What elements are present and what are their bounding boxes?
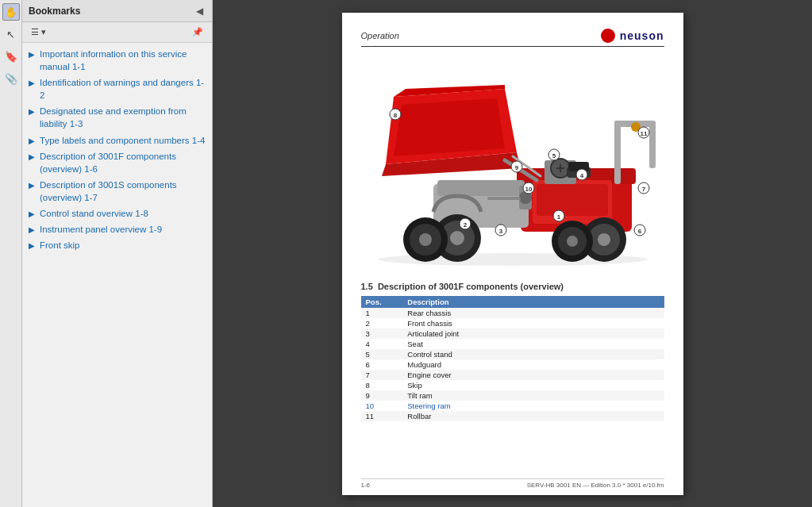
svg-text:10: 10 bbox=[525, 186, 532, 193]
neuson-logo-icon bbox=[601, 29, 615, 43]
bookmarks-header: Bookmarks ◀ bbox=[22, 0, 212, 22]
svg-text:9: 9 bbox=[514, 164, 518, 171]
desc-cell: Front chassis bbox=[402, 318, 664, 328]
pos-cell: 7 bbox=[361, 370, 403, 380]
section-title: Description of 3001F components (overvie… bbox=[378, 282, 564, 291]
desc-cell: Seat bbox=[402, 339, 664, 349]
svg-point-15 bbox=[450, 231, 464, 245]
hand-tool-icon[interactable]: ✋ bbox=[2, 3, 20, 21]
pdf-page: Operation neuson bbox=[342, 13, 683, 495]
brand-logo: neuson bbox=[601, 29, 664, 43]
table-row: 8 Skip bbox=[361, 380, 664, 390]
table-row: 6 Mudguard bbox=[361, 359, 664, 370]
svg-text:1: 1 bbox=[556, 213, 560, 221]
bookmark-label: Type labels and component numbers 1-4 bbox=[40, 134, 205, 147]
pos-cell: 11 bbox=[361, 411, 403, 421]
brand-name: neuson bbox=[620, 29, 664, 42]
bookmark-label: Instrument panel overview 1-9 bbox=[40, 223, 162, 236]
bookmark-expand-icon: ▶ bbox=[29, 136, 37, 147]
bookmarks-tool-icon[interactable]: 🔖 bbox=[2, 48, 20, 65]
section-heading: 1.5 Description of 3001F components (ove… bbox=[361, 282, 664, 291]
bookmark-expand-icon: ▶ bbox=[29, 180, 37, 191]
pos-cell: 4 bbox=[361, 339, 403, 349]
bookmark-item[interactable]: ▶ Type labels and component numbers 1-4 bbox=[22, 133, 212, 148]
attachments-tool-icon[interactable]: 📎 bbox=[2, 70, 20, 87]
left-toolbar: ✋ ↖ 🔖 📎 bbox=[0, 0, 22, 507]
svg-text:3: 3 bbox=[498, 228, 502, 235]
table-row: 3 Articulated joint bbox=[361, 328, 664, 339]
section-number: 1.5 bbox=[361, 282, 373, 291]
svg-rect-29 bbox=[649, 121, 656, 168]
bookmark-item[interactable]: ▶ Description of 3001S components (overv… bbox=[22, 177, 212, 205]
svg-text:5: 5 bbox=[552, 152, 556, 159]
add-bookmark-button[interactable]: 📌 bbox=[188, 25, 207, 40]
desc-cell: Rear chassis bbox=[402, 308, 664, 318]
main-content: Operation neuson bbox=[213, 0, 812, 507]
svg-point-9 bbox=[598, 233, 610, 246]
bookmark-label: Designated use and exemption from liabil… bbox=[40, 105, 207, 130]
desc-cell: Engine cover bbox=[402, 370, 664, 380]
pos-cell: 5 bbox=[361, 349, 403, 359]
table-row: 1 Rear chassis bbox=[361, 308, 664, 318]
desc-cell: Control stand bbox=[402, 349, 664, 359]
bookmark-expand-icon: ▶ bbox=[29, 106, 37, 117]
pos-cell: 10 bbox=[361, 401, 403, 411]
bookmark-label: Description of 3001F components (overvie… bbox=[40, 150, 207, 175]
select-tool-icon[interactable]: ↖ bbox=[2, 25, 20, 43]
bookmark-item[interactable]: ▶ Front skip bbox=[22, 237, 212, 253]
bookmark-label: Description of 3001S components (overvie… bbox=[40, 179, 207, 204]
svg-text:11: 11 bbox=[640, 130, 647, 137]
desc-cell: Skip bbox=[402, 380, 664, 390]
svg-rect-4 bbox=[537, 184, 608, 216]
bookmark-expand-icon: ▶ bbox=[29, 78, 37, 89]
components-table: Pos. Description 1 Rear chassis 2 Front … bbox=[361, 296, 664, 421]
bookmark-item[interactable]: ▶ Designated use and exemption from liab… bbox=[22, 103, 212, 132]
page-number: 1-6 bbox=[361, 482, 371, 489]
bookmarks-toolbar: ☰ ▾ 📌 bbox=[22, 22, 212, 43]
svg-text:4: 4 bbox=[579, 172, 583, 179]
bookmark-label: Control stand overview 1-8 bbox=[40, 207, 148, 220]
table-row: 2 Front chassis bbox=[361, 318, 664, 328]
table-row: 7 Engine cover bbox=[361, 370, 664, 380]
svg-text:6: 6 bbox=[637, 228, 641, 235]
bookmark-item[interactable]: ▶ Important information on this service … bbox=[22, 46, 212, 75]
pos-header: Pos. bbox=[361, 296, 403, 308]
bookmark-label: Identification of warnings and dangers 1… bbox=[40, 76, 207, 102]
pos-cell: 8 bbox=[361, 380, 403, 390]
page-header: Operation neuson bbox=[361, 29, 664, 47]
table-row: 5 Control stand bbox=[361, 349, 664, 359]
pos-cell: 3 bbox=[361, 328, 403, 339]
table-row: 10 Steering ram bbox=[361, 401, 664, 411]
desc-cell: Articulated joint bbox=[402, 328, 664, 339]
bookmarks-panel: Bookmarks ◀ ☰ ▾ 📌 ▶ Important informatio… bbox=[22, 0, 213, 507]
desc-cell: Mudguard bbox=[402, 359, 664, 370]
bookmark-expand-icon: ▶ bbox=[29, 209, 37, 220]
section-label: Operation bbox=[361, 31, 399, 40]
page-footer: 1-6 SERV-HB 3001 EN — Edition 3.0 * 3001… bbox=[361, 478, 664, 489]
bookmark-item[interactable]: ▶ Instrument panel overview 1-9 bbox=[22, 221, 212, 237]
bookmark-item[interactable]: ▶ Identification of warnings and dangers… bbox=[22, 75, 212, 103]
bookmark-expand-icon: ▶ bbox=[29, 152, 37, 163]
bookmark-item[interactable]: ▶ Description of 3001F components (overv… bbox=[22, 148, 212, 177]
desc-cell: Tilt ram bbox=[402, 390, 664, 401]
svg-rect-27 bbox=[614, 121, 621, 184]
pos-cell: 2 bbox=[361, 318, 403, 328]
table-header-row: Pos. Description bbox=[361, 296, 664, 308]
options-menu-button[interactable]: ☰ ▾ bbox=[27, 25, 50, 40]
table-row: 9 Tilt ram bbox=[361, 390, 664, 401]
svg-rect-6 bbox=[437, 180, 525, 196]
bookmark-label: Important information on this service ma… bbox=[40, 48, 207, 73]
svg-text:2: 2 bbox=[463, 221, 467, 229]
table-row: 11 Rollbar bbox=[361, 411, 664, 421]
svg-text:8: 8 bbox=[393, 112, 397, 119]
bookmark-item[interactable]: ▶ Control stand overview 1-8 bbox=[22, 205, 212, 221]
machine-illustration: 1 2 3 4 5 6 7 bbox=[361, 53, 664, 275]
desc-header: Description bbox=[402, 296, 664, 308]
machine-svg: 1 2 3 4 5 6 7 bbox=[362, 57, 664, 271]
close-panel-button[interactable]: ◀ bbox=[193, 5, 206, 17]
svg-point-18 bbox=[419, 233, 432, 246]
pos-cell: 9 bbox=[361, 390, 403, 401]
bookmark-expand-icon: ▶ bbox=[29, 49, 37, 60]
bookmark-expand-icon: ▶ bbox=[29, 240, 37, 252]
document-id: SERV-HB 3001 EN — Edition 3.0 * 3001 e/1… bbox=[527, 482, 664, 489]
